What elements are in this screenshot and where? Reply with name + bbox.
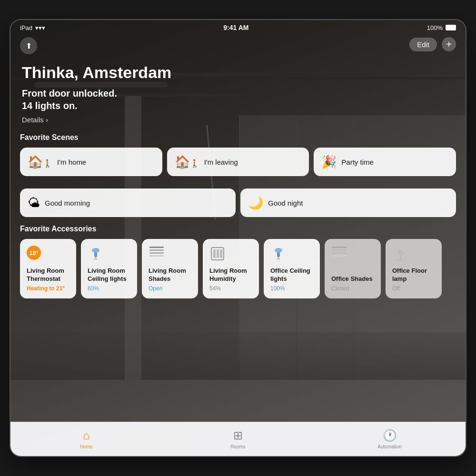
header-right-buttons: Edit +	[409, 37, 456, 51]
scene-party-time[interactable]: 🎉 Party time	[314, 148, 456, 176]
svg-rect-21	[400, 254, 401, 260]
humidity-icon	[209, 246, 252, 264]
svg-rect-10	[217, 249, 219, 258]
tab-automation[interactable]: 🕐 Automation	[376, 429, 404, 449]
accessory-office-ceiling-lights[interactable]: Office Ceiling lights 100%	[264, 239, 320, 298]
office-ceiling-status: 100%	[270, 285, 313, 292]
svg-rect-11	[220, 249, 222, 258]
svg-rect-5	[149, 249, 164, 251]
scene-good-morning-icon: 🌤	[28, 197, 40, 209]
svg-point-0	[92, 248, 99, 253]
scene-good-night[interactable]: 🌙 Good night	[240, 188, 456, 217]
humidity-status: 54%	[209, 285, 252, 292]
shades-status: Open	[149, 285, 191, 292]
scene-good-night-label: Good night	[268, 199, 303, 207]
status-left: iPad ▾▾▾	[20, 24, 45, 31]
svg-rect-13	[277, 252, 280, 257]
svg-rect-17	[332, 249, 347, 251]
edit-button[interactable]: Edit	[409, 38, 437, 51]
svg-rect-7	[149, 255, 164, 257]
main-content: Favorite Scenes 🏠🚶 I'm home 🏠🚶 I'm leavi…	[10, 124, 466, 302]
office-floor-lamp-icon	[392, 246, 435, 264]
scene-party-time-icon: 🎉	[321, 156, 337, 168]
office-ceiling-icon	[270, 246, 313, 264]
scene-im-leaving-label: I'm leaving	[204, 158, 238, 166]
device-frame: iPad ▾▾▾ 9:41 AM 100% ⬆ Edit + Thinka, A…	[10, 19, 466, 457]
svg-marker-20	[397, 249, 404, 254]
office-floor-lamp-status: Off	[392, 285, 435, 292]
scenes-section-label: Favorite Scenes	[20, 133, 456, 142]
shades-name: Living Room Shades	[149, 267, 191, 283]
location-button[interactable]: ⬆	[20, 37, 37, 54]
scene-im-leaving-icon: 🏠🚶	[175, 156, 199, 168]
tab-bar: ⌂ Home ⊞ Rooms 🕐 Automation	[10, 422, 466, 456]
svg-point-15	[277, 258, 280, 260]
header-controls: ⬆ Edit +	[10, 35, 466, 54]
svg-rect-19	[332, 255, 347, 257]
svg-point-12	[275, 248, 282, 253]
office-shades-status: Closed	[331, 285, 374, 292]
office-ceiling-name: Office Ceiling lights	[270, 267, 313, 283]
location-icon: ⬆	[26, 41, 32, 50]
shades-icon	[149, 246, 191, 261]
status-bar: iPad ▾▾▾ 9:41 AM 100%	[10, 20, 466, 35]
tab-home[interactable]: ⌂ Home	[72, 429, 100, 449]
home-tab-icon: ⌂	[83, 429, 90, 442]
rooms-tab-label: Rooms	[230, 444, 246, 449]
ceiling-lights-name: Living Room Ceiling lights	[88, 267, 130, 283]
svg-rect-6	[149, 252, 164, 254]
office-floor-lamp-name: Office Floor lamp	[392, 267, 435, 283]
ceiling-lights-icon	[88, 246, 130, 264]
hero-subtitle: Front door unlocked.14 lights on.	[22, 87, 454, 112]
accessory-office-floor-lamp[interactable]: Office Floor lamp Off	[386, 239, 442, 298]
svg-rect-4	[149, 247, 164, 248]
scene-good-morning[interactable]: 🌤 Good morning	[20, 188, 236, 217]
rooms-tab-icon: ⊞	[233, 429, 243, 442]
scene-im-home-label: I'm home	[57, 158, 86, 166]
svg-rect-9	[213, 249, 216, 258]
scene-party-time-label: Party time	[341, 158, 374, 166]
scenes-row1: 🏠🚶 I'm home 🏠🚶 I'm leaving 🎉 Party time	[20, 148, 456, 181]
hero-title: Thinka, Amsterdam	[22, 64, 454, 81]
scene-good-morning-label: Good morning	[45, 199, 90, 207]
accessory-office-shades[interactable]: Office Shades Closed	[325, 239, 381, 298]
svg-rect-18	[332, 252, 347, 254]
home-tab-label: Home	[80, 444, 93, 449]
office-shades-icon	[331, 246, 374, 261]
accessories-row: 18° Living Room Thermostat Heating to 21…	[20, 239, 446, 298]
svg-point-3	[94, 258, 98, 260]
svg-rect-16	[332, 247, 347, 248]
ceiling-lights-status: 60%	[88, 285, 130, 292]
battery-icon	[446, 25, 456, 30]
accessory-living-room-humidity[interactable]: Living Room Humidity 54%	[203, 239, 259, 298]
scene-good-night-icon: 🌙	[248, 197, 263, 209]
accessory-living-room-ceiling-lights[interactable]: Living Room Ceiling lights 60%	[81, 239, 137, 298]
accessories-scroll[interactable]: 18° Living Room Thermostat Heating to 21…	[20, 239, 456, 302]
scenes-row2: 🌤 Good morning 🌙 Good night	[20, 188, 456, 217]
status-right: 100%	[427, 24, 456, 31]
hero-section: Thinka, Amsterdam Front door unlocked.14…	[10, 54, 466, 124]
office-shades-name: Office Shades	[331, 275, 374, 283]
thermostat-name: Living Room Thermostat	[27, 267, 69, 283]
thermostat-status: Heating to 21°	[27, 285, 69, 292]
add-icon: +	[446, 39, 452, 50]
automation-tab-icon: 🕐	[383, 429, 397, 442]
accessory-living-room-shades[interactable]: Living Room Shades Open	[142, 239, 198, 298]
battery-label: 100%	[427, 24, 443, 31]
scene-im-home-icon: 🏠🚶	[28, 156, 52, 168]
svg-rect-1	[94, 252, 97, 257]
details-link[interactable]: Details ›	[22, 116, 454, 124]
humidity-name: Living Room Humidity	[209, 267, 252, 283]
scene-im-home[interactable]: 🏠🚶 I'm home	[20, 148, 162, 176]
status-time: 9:41 AM	[223, 24, 248, 31]
thermostat-badge: 18°	[27, 246, 41, 260]
automation-tab-label: Automation	[377, 444, 402, 449]
tab-rooms[interactable]: ⊞ Rooms	[224, 429, 252, 449]
add-button[interactable]: +	[442, 37, 456, 51]
scene-im-leaving[interactable]: 🏠🚶 I'm leaving	[167, 148, 309, 176]
accessory-living-room-thermostat[interactable]: 18° Living Room Thermostat Heating to 21…	[20, 239, 76, 298]
wifi-icon: ▾▾▾	[35, 24, 45, 31]
accessories-section-label: Favorite Accessories	[20, 225, 456, 233]
device-label: iPad	[20, 24, 32, 31]
